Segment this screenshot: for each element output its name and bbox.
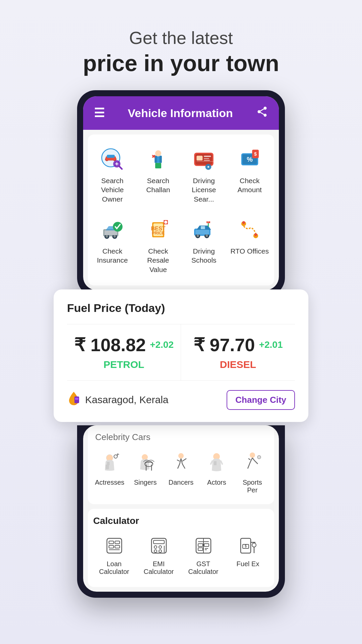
svg-point-59 [114, 455, 117, 458]
svg-point-66 [178, 453, 184, 459]
svg-rect-80 [154, 540, 164, 544]
grid-item-driving-schools[interactable]: P DrivingSchools [183, 212, 225, 279]
rto-offices-icon [236, 216, 263, 243]
calc-item-fuel[interactable]: $ Fuel Ex [227, 532, 269, 580]
diesel-label: DIESEL [188, 359, 288, 370]
petrol-change: +2.02 [150, 339, 174, 350]
singers-icon [135, 452, 156, 476]
phone-container: ☰ Vehicle Information [0, 90, 362, 591]
fuel-card: Fuel Price (Today) ₹ 108.82 +2.02 PETROL… [54, 289, 308, 422]
gst-calc-icon [195, 537, 212, 557]
svg-rect-23 [197, 161, 214, 162]
diesel-price: ₹ 97.70 [193, 334, 255, 356]
change-city-button[interactable]: Change City [227, 390, 295, 410]
celebrity-item-actresses[interactable]: Actresses [93, 448, 126, 497]
celebrity-item-singers[interactable]: Singers [129, 448, 162, 497]
svg-text:%: % [247, 156, 253, 163]
calculator-title: Calculator [93, 516, 269, 526]
vehicle-grid: Search VehicleOwner [91, 141, 271, 279]
grid-item-search-vehicle-owner[interactable]: Search VehicleOwner [91, 141, 134, 208]
svg-line-6 [119, 166, 122, 169]
svg-rect-90 [204, 544, 209, 546]
svg-text:$: $ [254, 151, 257, 157]
svg-text:PRICE: PRICE [152, 231, 165, 235]
city-info: Kasaragod, Kerala [67, 390, 169, 410]
celebrity-item-sports[interactable]: Sports Per [236, 448, 269, 497]
calculator-section: Calculator [88, 509, 274, 587]
actresses-label: Actresses [95, 479, 124, 486]
svg-point-48 [206, 234, 208, 237]
grid-item-check-resale[interactable]: BEST PRICE Check ResaleValue [137, 212, 180, 279]
search-vehicle-icon [99, 146, 126, 173]
petrol-price-row: ₹ 108.82 +2.02 [74, 334, 174, 356]
calc-item-emi[interactable]: EMI Calculator [138, 532, 180, 580]
calc-grid: Loan Calculator [93, 532, 269, 580]
phone-screen-bottom: Celebrity Cars [83, 425, 279, 592]
diesel-change: +2.01 [259, 339, 283, 350]
grid-item-check-insurance[interactable]: CheckInsurance [91, 212, 134, 279]
emi-calc-icon [150, 537, 168, 557]
svg-rect-16 [155, 163, 161, 168]
svg-rect-57 [106, 465, 109, 469]
svg-point-36 [114, 235, 116, 237]
singers-label: Singers [134, 479, 157, 486]
loan-calc-label: Loan Calculator [95, 560, 133, 576]
calc-item-loan[interactable]: Loan Calculator [93, 532, 135, 580]
celebrity-item-dancers[interactable]: Dancers [165, 448, 197, 497]
svg-point-43 [164, 221, 167, 224]
svg-point-72 [257, 455, 261, 459]
svg-point-82 [159, 546, 162, 548]
header-subtitle: Get the latest [83, 27, 279, 50]
city-name: Kasaragod, Kerala [85, 394, 169, 406]
celebrity-grid: Actresses [93, 448, 269, 497]
svg-rect-22 [204, 160, 210, 161]
svg-rect-91 [198, 548, 203, 550]
diesel-price-row: ₹ 97.70 +2.01 [188, 334, 288, 356]
grid-item-rto-offices[interactable]: RTO Offices [229, 212, 271, 279]
app-bar: ☰ Vehicle Information [83, 96, 279, 130]
sports-icon [242, 452, 262, 476]
check-amount-label: CheckAmount [238, 176, 262, 195]
fuel-calc-icon: $ [239, 537, 257, 557]
driving-schools-label: DrivingSchools [191, 247, 217, 265]
phone-screen: ☰ Vehicle Information [83, 96, 279, 290]
svg-text:BEST: BEST [151, 225, 165, 231]
svg-text:$: $ [245, 544, 247, 548]
celebrity-section-label: Celebrity Cars [93, 432, 269, 442]
phone-mockup-bottom: Celebrity Cars [77, 425, 285, 598]
grid-item-check-amount[interactable]: % $ CheckAmount [229, 141, 271, 208]
fuel-prices: ₹ 108.82 +2.02 PETROL ₹ 97.70 +2.01 DIES… [67, 324, 295, 381]
svg-rect-12 [159, 156, 162, 163]
svg-rect-55 [75, 398, 78, 400]
city-row: Kasaragod, Kerala Change City [67, 390, 295, 410]
calc-item-gst[interactable]: GST Calculator [182, 532, 224, 580]
vehicle-grid-section: Search VehicleOwner [88, 135, 274, 285]
svg-point-46 [197, 234, 199, 237]
svg-rect-4 [107, 155, 115, 158]
actors-label: Actors [207, 479, 226, 486]
driving-license-icon [190, 146, 217, 173]
check-insurance-icon [99, 216, 126, 243]
dancers-icon [171, 452, 191, 476]
search-challan-label: SearchChallan [146, 176, 170, 195]
actresses-icon [100, 452, 120, 476]
svg-rect-37 [105, 230, 117, 235]
share-icon[interactable] [256, 106, 268, 120]
svg-point-96 [252, 543, 256, 547]
svg-line-70 [221, 461, 223, 465]
check-resale-icon: BEST PRICE [145, 216, 172, 243]
celebrity-section: Celebrity Cars [88, 425, 274, 504]
grid-item-driving-license[interactable]: DrivingLicense Sear... [183, 141, 225, 208]
menu-icon[interactable]: ☰ [94, 106, 105, 120]
app-bar-title: Vehicle Information [128, 107, 233, 120]
sports-label: Sports Per [237, 479, 267, 494]
svg-point-83 [154, 550, 157, 552]
svg-rect-76 [109, 545, 114, 548]
gst-calc-label: GST Calculator [184, 560, 222, 576]
svg-rect-19 [197, 156, 203, 160]
loan-calc-icon [106, 537, 123, 557]
grid-item-search-challan[interactable]: SearchChallan [137, 141, 180, 208]
celebrity-item-actors[interactable]: Actors [200, 448, 233, 497]
check-amount-icon: % $ [236, 146, 263, 173]
fuel-drop-icon [67, 390, 80, 410]
